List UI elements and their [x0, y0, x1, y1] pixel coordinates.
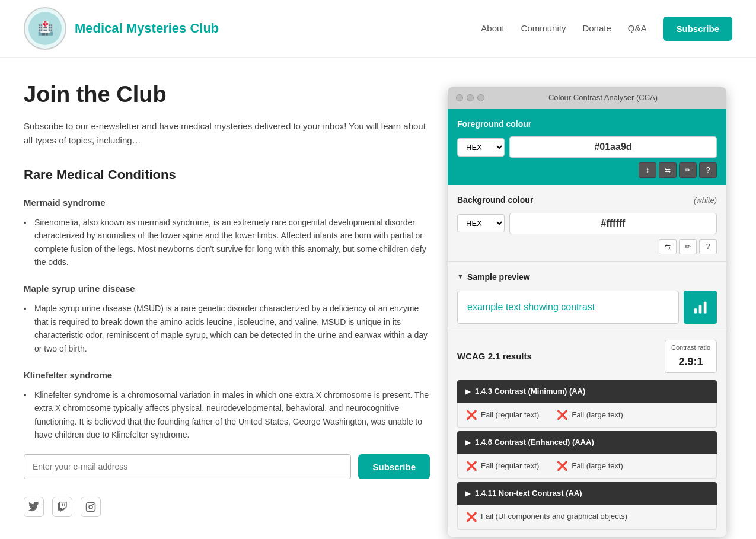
- bg-label: Background colour: [457, 193, 533, 206]
- criterion-1-4-6-results: ❌ Fail (regular text) ❌ Fail (large text…: [457, 454, 717, 479]
- nav-community[interactable]: Community: [521, 21, 566, 36]
- bg-tools-row: ⇆ ✏ ?: [457, 239, 717, 254]
- cca-window: Colour Contrast Analyser (CCA) Foregroun…: [448, 87, 726, 537]
- twitch-icon[interactable]: [52, 497, 72, 517]
- twitter-icon[interactable]: [24, 497, 44, 517]
- sample-preview-row: example text showing contrast: [457, 291, 717, 324]
- criterion-1-4-11: ▶ 1.4.11 Non-text Contrast (AA) ❌ Fail (…: [457, 482, 717, 530]
- bg-white-label: (white): [694, 194, 717, 207]
- bg-tool-help[interactable]: ?: [699, 239, 717, 254]
- contrast-ratio-title: Contrast ratio: [671, 343, 710, 353]
- wcag-section: WCAG 2.1 results Contrast ratio 2.9:1 ▶ …: [448, 331, 726, 537]
- svg-rect-4: [699, 305, 702, 314]
- nav-donate[interactable]: Donate: [582, 21, 611, 36]
- condition-title-2: Klinefelter syndrome: [24, 368, 430, 382]
- cca-title: Colour Contrast Analyser (CCA): [488, 92, 718, 104]
- criterion-1-4-6: ▶ 1.4.6 Contrast (Enhanced) (AAA) ❌ Fail…: [457, 431, 717, 479]
- social-icons: [24, 497, 430, 517]
- left-column: Join the Club Subscribe to our e-newslet…: [24, 81, 430, 537]
- criterion-1-4-6-label: 1.4.6 Contrast (Enhanced) (AAA): [475, 436, 594, 449]
- subscribe-button[interactable]: Subscribe: [358, 454, 430, 479]
- condition-list-2: Klinefelter syndrome is a chromosomal va…: [24, 388, 430, 442]
- fail-icon-2: ❌: [557, 408, 568, 422]
- wcag-header-row: WCAG 2.1 results Contrast ratio 2.9:1: [457, 340, 717, 373]
- fail-icon-3: ❌: [466, 459, 477, 473]
- instagram-icon[interactable]: [81, 497, 101, 517]
- main-content: Join the Club Subscribe to our e-newslet…: [0, 58, 756, 539]
- fg-tool-pencil[interactable]: ✏: [679, 162, 697, 178]
- play-icon-1-4-6: ▶: [465, 438, 470, 448]
- condition-item-0: Sirenomelia, also known as mermaid syndr…: [24, 216, 430, 269]
- result-1-4-3-large: ❌ Fail (large text): [557, 408, 623, 422]
- criterion-1-4-11-label: 1.4.11 Non-text Contrast (AA): [475, 487, 582, 500]
- result-1-4-3-regular: ❌ Fail (regular text): [466, 408, 539, 422]
- header-subscribe-button[interactable]: Subscribe: [663, 17, 732, 41]
- fail-icon-1: ❌: [466, 408, 477, 422]
- email-row: Subscribe: [24, 454, 430, 479]
- result-label-1-4-3-large: Fail (large text): [572, 409, 623, 422]
- traffic-light-green[interactable]: [477, 94, 484, 101]
- sample-header-row: ▼ Sample preview: [457, 270, 717, 283]
- cca-body: Foreground colour HEX RGB HSL ↕ ⇆ ✏ ?: [448, 109, 726, 537]
- fg-tool-swap[interactable]: ↕: [639, 162, 656, 178]
- condition-list-1: Maple syrup urine disease (MSUD) is a ra…: [24, 302, 430, 355]
- contrast-ratio-box: Contrast ratio 2.9:1: [665, 340, 717, 373]
- sample-section: ▼ Sample preview example text showing co…: [448, 262, 726, 331]
- fg-tool-help[interactable]: ?: [699, 162, 717, 178]
- contrast-ratio-value: 2.9:1: [671, 353, 710, 371]
- condition-title-1: Maple syrup urine disease: [24, 282, 430, 296]
- result-1-4-6-large: ❌ Fail (large text): [557, 459, 623, 473]
- sample-text-box: example text showing contrast: [457, 291, 679, 324]
- collapse-icon[interactable]: ▼: [457, 272, 464, 282]
- logo-inner: 🏥: [28, 12, 62, 45]
- nav-about[interactable]: About: [481, 21, 504, 36]
- bg-header-row: Background colour (white): [457, 193, 717, 207]
- cca-titlebar: Colour Contrast Analyser (CCA): [448, 87, 726, 109]
- criterion-1-4-3-results: ❌ Fail (regular text) ❌ Fail (large text…: [457, 403, 717, 428]
- fg-format-select[interactable]: HEX RGB HSL: [457, 138, 505, 157]
- svg-rect-3: [694, 309, 697, 314]
- bg-tool-pencil[interactable]: ✏: [679, 239, 697, 254]
- bg-tool-arrows[interactable]: ⇆: [659, 239, 677, 254]
- criterion-1-4-11-header[interactable]: ▶ 1.4.11 Non-text Contrast (AA): [457, 482, 717, 505]
- intro-text: Subscribe to our e-newsletter and have m…: [24, 119, 430, 148]
- bg-format-select[interactable]: HEX RGB: [457, 214, 505, 232]
- fail-icon-4: ❌: [557, 459, 568, 473]
- bg-input-row: HEX RGB: [457, 213, 717, 234]
- result-label-1-4-6-large: Fail (large text): [572, 460, 623, 473]
- play-icon-1-4-11: ▶: [465, 489, 470, 499]
- svg-point-1: [89, 505, 92, 509]
- rare-conditions-heading: Rare Medical Conditions: [24, 164, 430, 185]
- sample-label: Sample preview: [467, 270, 530, 283]
- criterion-1-4-11-results: ❌ Fail (UI components and graphical obje…: [457, 505, 717, 530]
- result-label-1-4-11-ui: Fail (UI components and graphical object…: [481, 511, 627, 523]
- fg-tool-arrows[interactable]: ⇆: [659, 162, 677, 178]
- fg-input-row: HEX RGB HSL: [457, 136, 717, 158]
- svg-rect-0: [87, 503, 95, 512]
- sample-chart-button[interactable]: [684, 291, 717, 324]
- criterion-1-4-3-header[interactable]: ▶ 1.4.3 Contrast (Minimum) (AA): [457, 380, 717, 403]
- header: 🏥 Medical Mysteries Club About Community…: [0, 0, 756, 58]
- criterion-1-4-6-header[interactable]: ▶ 1.4.6 Contrast (Enhanced) (AAA): [457, 431, 717, 454]
- condition-item-1: Maple syrup urine disease (MSUD) is a ra…: [24, 302, 430, 355]
- traffic-light-yellow[interactable]: [467, 94, 474, 101]
- condition-list-0: Sirenomelia, also known as mermaid syndr…: [24, 216, 430, 269]
- fail-icon-5: ❌: [466, 510, 477, 524]
- fg-section: Foreground colour HEX RGB HSL ↕ ⇆ ✏ ?: [448, 109, 726, 185]
- result-1-4-11-ui: ❌ Fail (UI components and graphical obje…: [466, 510, 708, 524]
- site-title: Medical Mysteries Club: [75, 18, 219, 39]
- result-label-1-4-6-regular: Fail (regular text): [481, 460, 539, 473]
- svg-point-2: [92, 504, 94, 505]
- condition-title-0: Mermaid syndrome: [24, 196, 430, 210]
- nav-qa[interactable]: Q&A: [628, 21, 647, 36]
- email-input[interactable]: [24, 454, 351, 479]
- criterion-1-4-3: ▶ 1.4.3 Contrast (Minimum) (AA) ❌ Fail (…: [457, 380, 717, 428]
- traffic-light-red[interactable]: [456, 94, 463, 101]
- criterion-1-4-3-label: 1.4.3 Contrast (Minimum) (AA): [475, 385, 585, 398]
- header-nav: About Community Donate Q&A Subscribe: [481, 17, 732, 41]
- right-column: Colour Contrast Analyser (CCA) Foregroun…: [448, 81, 732, 537]
- fg-tools-row: ↕ ⇆ ✏ ?: [457, 162, 717, 178]
- fg-value-input[interactable]: [509, 136, 717, 158]
- play-icon-1-4-3: ▶: [465, 387, 470, 397]
- bg-value-input[interactable]: [509, 213, 717, 234]
